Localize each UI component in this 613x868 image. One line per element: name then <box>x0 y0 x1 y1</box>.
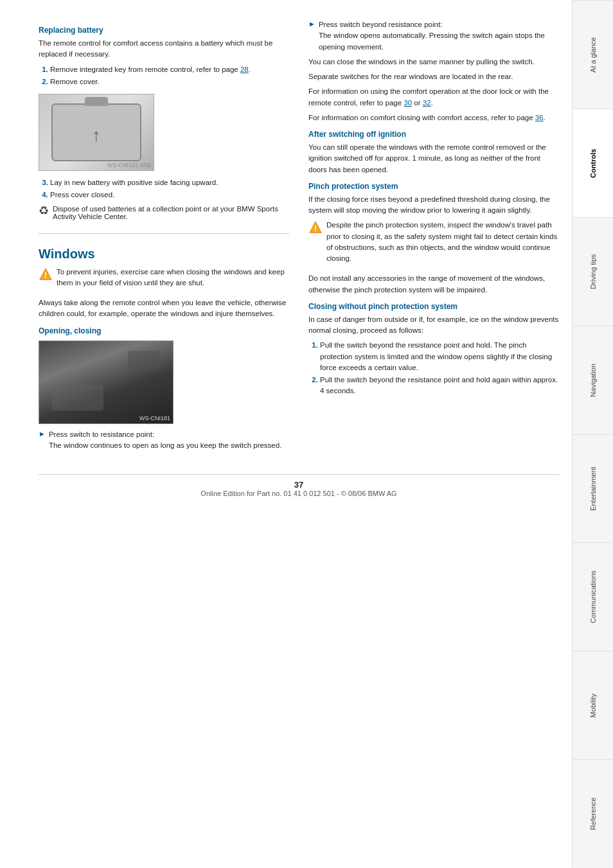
step-1-text: Remove integrated key from remote contro… <box>50 66 251 73</box>
sidebar: At a glance Controls Driving tips Naviga… <box>572 0 613 868</box>
link-page-32[interactable]: 32 <box>423 99 431 107</box>
link-page-28[interactable]: 28 <box>240 66 249 73</box>
sidebar-tab-at-a-glance[interactable]: At a glance <box>573 0 613 109</box>
press-beyond-bullet: ► Press switch beyond resistance point: … <box>308 19 559 53</box>
windows-body1: Always take along the remote control whe… <box>39 297 289 320</box>
closing-step-1-text: Pull the switch beyond the resistance po… <box>320 341 552 371</box>
link-page-30[interactable]: 30 <box>404 99 412 107</box>
dispose-section: ♻ Dispose of used batteries at a collect… <box>39 205 289 220</box>
press-switch-bullet: ► Press switch to resistance point: The … <box>39 429 289 452</box>
step-4-text: Press cover closed. <box>50 191 114 199</box>
sidebar-tab-controls[interactable]: Controls <box>573 109 613 217</box>
main-content: Replacing battery The remote control for… <box>0 0 572 868</box>
sidebar-tab-reference[interactable]: Reference <box>573 759 613 868</box>
sidebar-tab-driving-tips[interactable]: Driving tips <box>573 217 613 326</box>
closing-step-2-text: Pull the switch beyond the resistance po… <box>320 376 558 394</box>
step-2: Remove cover. <box>50 76 289 87</box>
windows-title: Windows <box>39 247 289 261</box>
after-switching-title: After switching off ignition <box>308 130 559 139</box>
replacing-battery-intro: The remote control for comfort access co… <box>39 38 289 60</box>
car-img-ref: WS-CNI181 <box>139 415 170 421</box>
warning-triangle-icon: ! <box>39 267 53 281</box>
pinch-warning-text: Despite the pinch protection system, ins… <box>326 220 559 264</box>
windows-section: Windows ! To prevent injuries, exercise … <box>39 247 289 452</box>
body-comfort-closing: For information on comfort closing with … <box>308 112 559 123</box>
body-rear: Separate switches for the rear windows a… <box>308 71 559 82</box>
link-page-36[interactable]: 36 <box>535 114 544 121</box>
step-3: Lay in new battery with positive side fa… <box>50 177 289 188</box>
closing-step-2: Pull the switch beyond the resistance po… <box>320 375 559 397</box>
left-column: Replacing battery The remote control for… <box>39 19 289 455</box>
windows-warning: ! To prevent injuries, exercise care whe… <box>39 267 289 293</box>
closing-without-steps: Pull the switch beyond the resistance po… <box>308 340 559 396</box>
svg-text:!: ! <box>44 270 47 279</box>
pinch-protection-body2: Do not install any accessories in the ra… <box>308 273 559 296</box>
closing-step-1: Pull the switch beyond the resistance po… <box>320 340 559 373</box>
step-1: Remove integrated key from remote contro… <box>50 64 289 75</box>
replacing-battery-title: Replacing battery <box>39 26 289 35</box>
right-column: ► Press switch beyond resistance point: … <box>308 19 559 455</box>
step-2-text: Remove cover. <box>50 78 100 85</box>
step-4: Press cover closed. <box>50 190 289 200</box>
battery-image: ↑ WS-CNI181 0/05 <box>39 94 154 171</box>
warning-triangle-icon-2: ! <box>308 220 323 235</box>
pinch-protection-title: Pinch protection system <box>308 182 559 191</box>
car-interior-image: WS-CNI181 <box>39 341 173 424</box>
divider <box>39 233 289 234</box>
sidebar-tab-communications[interactable]: Communications <box>573 542 613 651</box>
page-footer: 37 Online Edition for Part no. 01 41 0 0… <box>39 474 559 497</box>
closing-without-body1: In case of danger from outside or if, fo… <box>308 314 559 337</box>
dispose-text: Dispose of used batteries at a collectio… <box>53 205 289 220</box>
press-beyond-text: Press switch beyond resistance point: Th… <box>319 19 559 53</box>
svg-text:!: ! <box>314 224 317 233</box>
bullet-arrow-icon: ► <box>39 430 46 438</box>
pinch-protection-body1: If the closing force rises beyond a pred… <box>308 194 559 217</box>
sidebar-tab-navigation[interactable]: Navigation <box>573 326 613 434</box>
body-close-same: You can close the windows in the same ma… <box>308 57 559 67</box>
replacing-battery-steps-2: Lay in new battery with positive side fa… <box>39 177 289 201</box>
sidebar-tab-mobility[interactable]: Mobility <box>573 651 613 759</box>
edition-text: Online Edition for Part no. 01 41 0 012 … <box>39 490 559 497</box>
after-switching-body: You can still operate the windows with t… <box>308 142 559 175</box>
battery-img-ref: WS-CNI181 0/05 <box>107 162 151 168</box>
page-number: 37 <box>39 480 559 490</box>
opening-closing-title: Opening, closing <box>39 326 289 335</box>
replacing-battery-steps: Remove integrated key from remote contro… <box>39 64 289 88</box>
closing-without-title: Closing without pinch protection system <box>308 302 559 311</box>
body-comfort-op: For information on using the comfort ope… <box>308 86 559 109</box>
press-switch-text: Press switch to resistance point: The wi… <box>49 429 281 452</box>
recycle-icon: ♻ <box>39 205 49 217</box>
pinch-warning: ! Despite the pinch protection system, i… <box>308 220 559 268</box>
bullet-arrow-icon-2: ► <box>308 20 315 28</box>
sidebar-tab-entertainment[interactable]: Entertainment <box>573 434 613 543</box>
windows-warning-text: To prevent injuries, exercise care when … <box>57 267 289 289</box>
step-3-text: Lay in new battery with positive side fa… <box>50 179 218 186</box>
